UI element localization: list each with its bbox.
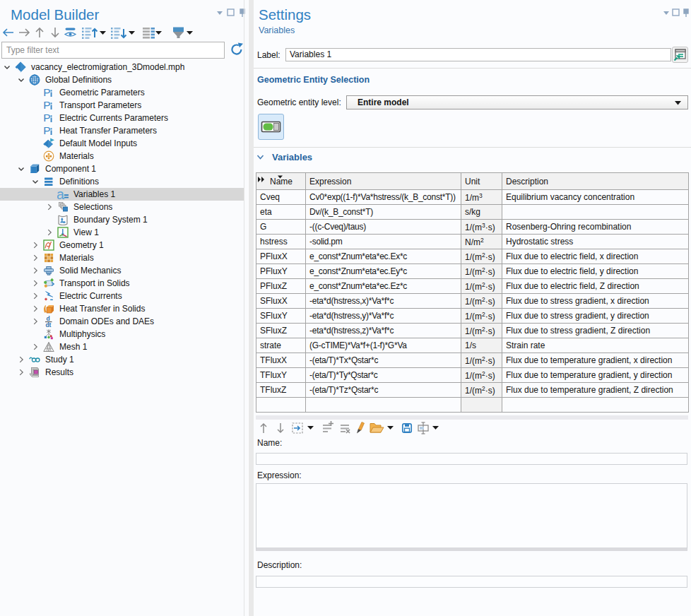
- svg-text:P: P: [43, 125, 50, 136]
- svg-text:P: P: [43, 112, 50, 124]
- svg-text:a: a: [57, 189, 64, 200]
- svg-text:P: P: [43, 87, 50, 98]
- svg-text:P: P: [43, 100, 50, 111]
- svg-text:dt: dt: [45, 321, 51, 327]
